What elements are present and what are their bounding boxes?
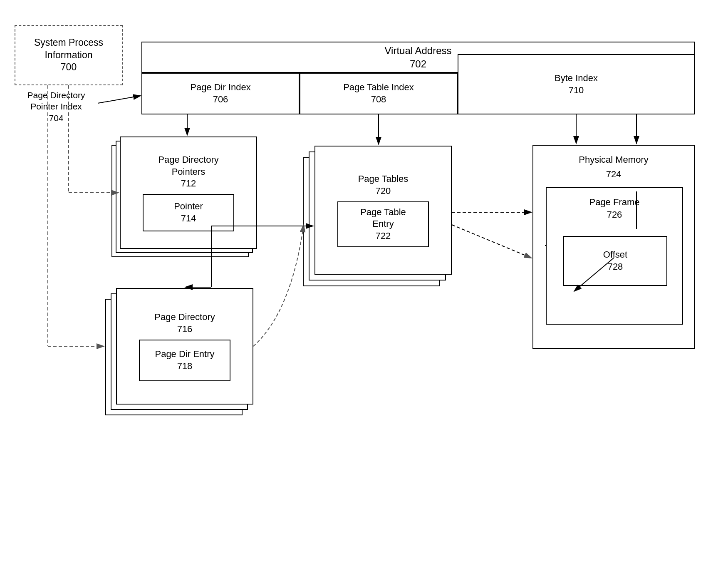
svg-line-15 (452, 225, 532, 258)
svg-line-2 (98, 96, 141, 103)
physical-memory-label: Physical Memory (533, 154, 694, 166)
page-directory-label: Page Directory (154, 311, 215, 323)
page-dir-pointer-index-label: Page DirectoryPointer Index704 (15, 89, 98, 124)
page-frame-label: Page Frame (547, 196, 682, 209)
system-process-box: System Process Information 700 (15, 25, 123, 85)
page-frame-box: Page Frame 726 Offset 728 (546, 187, 683, 325)
pointer-box: Pointer 714 (143, 194, 234, 231)
pointer-label: Pointer (174, 201, 203, 213)
page-dir-pointers-box: Page DirectoryPointers 712 Pointer 714 (120, 137, 257, 249)
page-dir-index-num: 706 (213, 94, 228, 106)
page-tables-num: 720 (376, 185, 391, 197)
page-tables-box: Page Tables 720 Page TableEntry 722 (314, 146, 452, 275)
byte-index-num: 710 (569, 84, 584, 97)
pointer-num: 714 (181, 213, 196, 225)
page-table-entry-num: 722 (376, 230, 391, 242)
byte-index-box: Byte Index 710 (458, 54, 695, 114)
page-table-index-box: Page Table Index 708 (300, 73, 458, 114)
page-dir-entry-label: Page Dir Entry (155, 348, 214, 360)
page-dir-index-box: Page Dir Index 706 (141, 73, 300, 114)
page-directory-num: 716 (177, 323, 193, 335)
page-tables-label: Page Tables (358, 173, 409, 185)
page-dir-index-label: Page Dir Index (190, 82, 251, 94)
physical-memory-box: Physical Memory 724 Page Frame 726 Offse… (532, 145, 695, 349)
page-dir-pointers-num: 712 (181, 178, 196, 190)
page-table-index-label: Page Table Index (343, 82, 414, 94)
page-table-index-num: 708 (371, 94, 386, 106)
page-frame-num: 726 (547, 209, 682, 221)
offset-label: Offset (603, 249, 627, 261)
physical-memory-num: 724 (533, 169, 694, 181)
system-process-label: System Process Information (34, 37, 103, 62)
page-directory-box: Page Directory 716 Page Dir Entry 718 (116, 288, 253, 405)
page-table-entry-label: Page TableEntry (360, 206, 406, 230)
system-process-num: 700 (61, 61, 77, 74)
byte-index-label: Byte Index (555, 72, 598, 84)
page-dir-entry-box: Page Dir Entry 718 (139, 340, 230, 381)
offset-num: 728 (608, 261, 623, 273)
offset-box: Offset 728 (563, 236, 667, 286)
page-dir-pointers-label: Page DirectoryPointers (158, 154, 219, 178)
virtual-address-num: 702 (410, 57, 426, 70)
page-table-entry-box: Page TableEntry 722 (337, 201, 429, 247)
page-dir-entry-num: 718 (177, 360, 193, 372)
virtual-address-label: Virtual Address (385, 44, 452, 57)
